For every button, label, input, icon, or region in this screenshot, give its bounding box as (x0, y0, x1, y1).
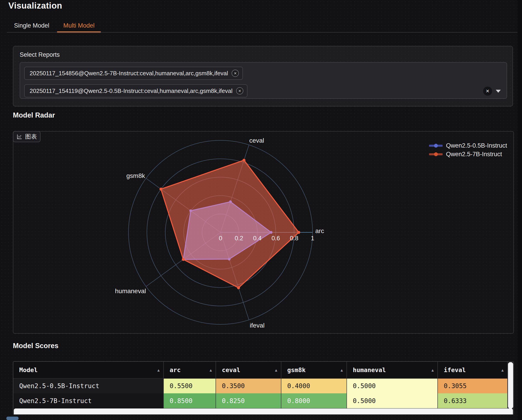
cell-model[interactable]: Qwen2.5-7B-Instruct (13, 393, 163, 408)
radar-chart-card: 00.20.40.60.81arccevalgsm8khumanevalifev… (13, 131, 514, 334)
column-label: ifeval (444, 367, 466, 374)
radar-axis-label-ceval: ceval (249, 137, 264, 144)
radar-point-Qwen2.5-0.5B-Instruct-arc[interactable] (270, 231, 273, 234)
legend-item-qwen2.5-0.5b-instruct[interactable]: Qwen2.5-0.5B-Instruct (429, 142, 507, 149)
cell-gsm8k[interactable]: 0.4000 (281, 378, 347, 393)
chart-tab-label: 图表 (25, 133, 37, 141)
column-label: Model (19, 367, 38, 374)
radar-section-heading: Model Radar (13, 111, 55, 119)
chart-legend: Qwen2.5-0.5B-InstructQwen2.5-7B-Instruct (429, 142, 507, 157)
table-horizontal-scrollbar[interactable] (14, 408, 513, 414)
legend-label: Qwen2.5-0.5B-Instruct (446, 142, 507, 149)
remove-report-icon[interactable]: ✕ (236, 87, 243, 95)
radar-point-Qwen2.5-7B-Instruct-ceval[interactable] (242, 159, 246, 162)
radar-tick-label: 0.2 (235, 235, 243, 242)
cell-gsm8k[interactable]: 0.8000 (281, 393, 347, 408)
radar-point-Qwen2.5-7B-Instruct-ifeval[interactable] (237, 286, 240, 289)
tab-divider (7, 32, 522, 33)
radar-point-Qwen2.5-7B-Instruct-gsm8k[interactable] (160, 188, 162, 191)
report-chip-label: 20250117_154119@Qwen2.5-0.5B-Instruct:ce… (30, 88, 232, 95)
sort-asc-icon[interactable]: ▲ (431, 368, 434, 372)
chevron-down-icon[interactable] (496, 90, 501, 93)
radar-point-Qwen2.5-7B-Instruct-humaneval[interactable] (182, 258, 185, 261)
column-label: humaneval (353, 367, 386, 374)
header-cell-humaneval[interactable]: humaneval▲ (347, 362, 438, 378)
table-vertical-scrollbar[interactable] (508, 362, 513, 409)
cell-model[interactable]: Qwen2.5-0.5B-Instruct (13, 378, 163, 393)
legend-item-qwen2.5-7b-instruct[interactable]: Qwen2.5-7B-Instruct (429, 151, 507, 157)
tab-bar: Single ModelMulti Model (0, 19, 522, 33)
select-reports-label: Select Reports (20, 51, 60, 58)
radar-tick-label: 1 (311, 235, 314, 242)
sort-asc-icon[interactable]: ▲ (501, 368, 504, 372)
chart-tab-button[interactable]: 图表 (13, 131, 40, 142)
radar-tick-label: 0.6 (271, 235, 280, 242)
sort-asc-icon[interactable]: ▲ (210, 368, 212, 372)
sort-asc-icon[interactable]: ▲ (341, 368, 343, 372)
table-row: Qwen2.5-0.5B-Instruct0.55000.35000.40000… (13, 378, 507, 393)
window-edge (517, 0, 522, 420)
report-chip-label: 20250117_154856@Qwen2.5-7B-Instruct:ceva… (30, 70, 228, 77)
report-chip: 20250117_154856@Qwen2.5-7B-Instruct:ceva… (24, 67, 243, 80)
radar-axis-label-ifeval: ifeval (250, 322, 264, 329)
scatter-chart-icon (16, 134, 22, 140)
legend-marker (429, 142, 443, 149)
cell-humaneval[interactable]: 0.5000 (347, 378, 438, 393)
header-cell-ifeval[interactable]: ifeval▲ (438, 362, 507, 378)
clear-all-icon: ✕ (486, 88, 490, 94)
radar-tick-label: 0.4 (253, 235, 262, 242)
report-chip: 20250117_154119@Qwen2.5-0.5B-Instruct:ce… (24, 84, 247, 98)
model-scores-table: Model▲arc▲ceval▲gsm8k▲humaneval▲ifeval▲Q… (13, 361, 514, 415)
header-cell-ceval[interactable]: ceval▲ (216, 362, 281, 378)
page-scrollbar-thumb[interactable] (6, 417, 19, 420)
column-label: ceval (222, 367, 240, 374)
legend-marker (429, 151, 443, 157)
sort-asc-icon[interactable]: ▲ (275, 368, 277, 372)
legend-label: Qwen2.5-7B-Instruct (446, 151, 502, 158)
radar-point-Qwen2.5-7B-Instruct-arc[interactable] (297, 231, 300, 234)
cell-ifeval[interactable]: 0.3055 (438, 378, 507, 393)
tab-multi-model[interactable]: Multi Model (63, 19, 94, 32)
radar-point-Qwen2.5-0.5B-Instruct-ceval[interactable] (229, 201, 232, 203)
cell-ifeval[interactable]: 0.6333 (438, 393, 507, 408)
cell-arc[interactable]: 0.8500 (163, 393, 216, 408)
radar-axis-label-humaneval: humaneval (115, 287, 146, 294)
scores-section-heading: Model Scores (13, 342, 59, 350)
radar-point-Qwen2.5-0.5B-Instruct-ifeval[interactable] (228, 258, 230, 260)
select-reports-card: Select Reports 20250117_154856@Qwen2.5-7… (13, 46, 513, 106)
column-label: arc (170, 367, 181, 374)
cell-ceval[interactable]: 0.3500 (216, 378, 281, 393)
header-cell-gsm8k[interactable]: gsm8k▲ (281, 362, 347, 378)
page-title: Visualization (8, 1, 62, 11)
table-row: Qwen2.5-7B-Instruct0.85000.82500.80000.5… (13, 393, 507, 408)
selected-report-chips: 20250117_154856@Qwen2.5-7B-Instruct:ceva… (24, 67, 470, 98)
cell-humaneval[interactable]: 0.5000 (347, 393, 438, 408)
clear-all-button[interactable]: ✕ (483, 87, 492, 96)
cell-ceval[interactable]: 0.8250 (216, 393, 281, 408)
reports-multiselect-input[interactable]: 20250117_154856@Qwen2.5-7B-Instruct:ceva… (20, 62, 507, 99)
radar-tick-label: 0.8 (290, 235, 299, 242)
header-cell-arc[interactable]: arc▲ (163, 362, 216, 378)
tab-single-model[interactable]: Single Model (14, 19, 49, 32)
radar-axis-label-gsm8k: gsm8k (126, 172, 145, 179)
radar-axis-label-arc: arc (315, 227, 324, 234)
radar-tick-label: 0 (219, 235, 222, 242)
radar-chart[interactable]: 00.20.40.60.81arccevalgsm8khumanevalifev… (13, 132, 514, 334)
column-label: gsm8k (287, 367, 306, 374)
sort-asc-icon[interactable]: ▲ (157, 368, 160, 372)
header-cell-model[interactable]: Model▲ (13, 362, 163, 378)
cell-arc[interactable]: 0.5500 (163, 378, 216, 393)
radar-point-Qwen2.5-0.5B-Instruct-gsm8k[interactable] (189, 209, 192, 212)
remove-report-icon[interactable]: ✕ (232, 70, 239, 77)
